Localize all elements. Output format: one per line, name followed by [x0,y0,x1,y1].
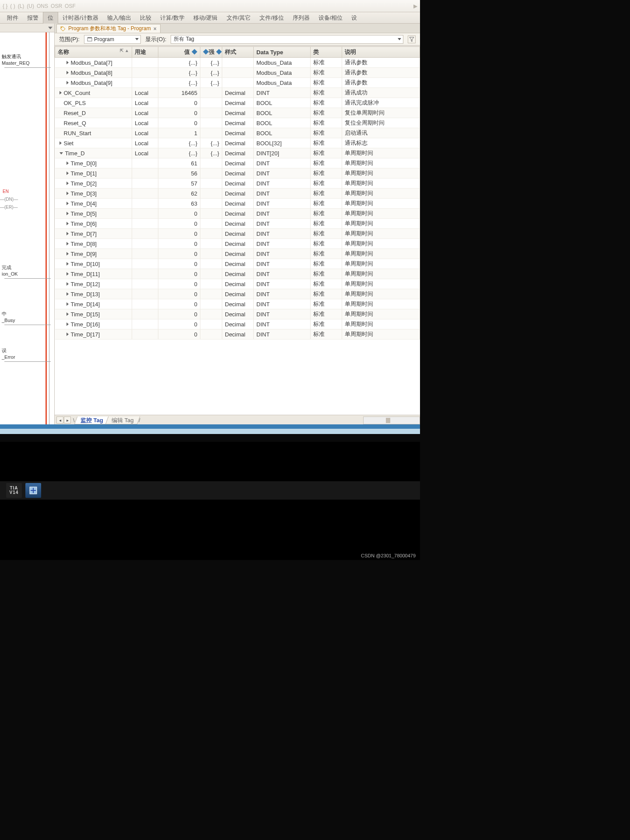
cell-value[interactable]: 63 [158,199,200,209]
menu-item[interactable]: 文件/其它 [222,12,256,24]
tool-icon[interactable]: OSF [65,3,76,9]
tool-icon[interactable]: (U) [27,3,34,9]
menu-item[interactable]: 计算/数学 [156,12,189,24]
cell-force[interactable] [200,309,222,319]
cell-value[interactable]: 0 [158,279,200,289]
cell-force[interactable] [200,329,222,340]
col-force[interactable]: ◆强 ◆ [200,47,222,58]
table-row[interactable]: Time_D[6]0DecimalDINT标准单周期时间 [55,219,420,229]
expand-icon[interactable] [66,81,69,84]
table-row[interactable]: OK_PLSLocal0DecimalBOOL标准通讯完成脉冲 [55,98,420,108]
expand-icon[interactable] [60,141,62,145]
cell-force[interactable] [200,239,222,249]
expand-icon[interactable] [66,322,69,326]
cell-value[interactable]: 16465 [158,88,200,98]
col-datatype[interactable]: Data Type [254,47,311,58]
expand-icon[interactable] [66,192,69,195]
table-row[interactable]: Modbus_Data[9]{...}{...}Modbus_Data标准通讯参… [55,78,420,88]
cell-value[interactable]: 0 [158,259,200,269]
cell-force[interactable] [200,319,222,329]
close-tab-button[interactable]: × [154,26,157,32]
tab-monitor[interactable]: 监控 Tag [74,416,109,424]
cell-value[interactable]: 0 [158,239,200,249]
table-row[interactable]: Modbus_Data[8]{...}{...}Modbus_Data标准通讯参… [55,68,420,78]
cell-force[interactable] [200,259,222,269]
cell-value[interactable]: 0 [158,118,200,128]
menu-item[interactable]: 输入/输出 [103,12,136,24]
table-row[interactable]: Time_D[8]0DecimalDINT标准单周期时间 [55,239,420,249]
cell-force[interactable] [200,118,222,128]
windows-taskbar[interactable]: TIA V14 [0,481,420,500]
h-scrollbar[interactable] [363,416,420,424]
cell-value[interactable]: {...} [158,148,200,158]
cell-value[interactable]: {...} [158,78,200,88]
editor-tab[interactable]: Program 参数和本地 Tag - Program × [56,24,161,33]
table-row[interactable]: OK_CountLocal16465DecimalDINT标准通讯成功 [55,88,420,98]
cell-value[interactable]: 0 [158,98,200,108]
cell-value[interactable]: 0 [158,249,200,259]
expand-icon[interactable] [66,302,69,306]
expand-icon[interactable] [66,292,69,296]
menu-item[interactable]: 设 [347,12,361,24]
collapse-icon[interactable] [60,152,63,154]
cell-force[interactable] [200,168,222,178]
tool-icon[interactable]: { } [3,3,7,9]
table-row[interactable]: SietLocal{...}{...}DecimalBOOL[32]标准通讯标志 [55,138,420,148]
expand-icon[interactable] [66,272,69,276]
cell-value[interactable]: 1 [158,128,200,138]
expand-icon[interactable] [66,161,69,165]
tab-edit[interactable]: 编辑 Tag [105,416,140,424]
expand-icon[interactable] [66,61,69,64]
table-row[interactable]: Time_D[4]63DecimalDINT标准单周期时间 [55,199,420,209]
table-row[interactable]: Time_D[7]0DecimalDINT标准单周期时间 [55,229,420,239]
tool-icon[interactable]: ONS [37,3,48,9]
scope-dropdown[interactable]: Program [84,35,141,44]
cell-force[interactable] [200,158,222,168]
table-row[interactable]: Time_D[16]0DecimalDINT标准单周期时间 [55,319,420,329]
table-row[interactable]: Time_D[17]0DecimalDINT标准单周期时间 [55,329,420,340]
tag-grid[interactable]: 名称⇱ ▲ 用途 值 ◆ ◆强 ◆ 样式 Data Type 类 说明 Modb… [55,46,420,415]
col-style[interactable]: 样式 [222,47,254,58]
cell-force[interactable] [200,209,222,219]
cell-force[interactable]: {...} [200,68,222,78]
table-row[interactable]: Reset_QLocal0DecimalBOOL标准复位全周期时间 [55,118,420,128]
cell-value[interactable]: {...} [158,58,200,68]
cell-value[interactable]: 0 [158,319,200,329]
scroll-thumb[interactable] [386,418,390,423]
menu-item[interactable]: 文件/移位 [255,12,288,24]
cell-force[interactable] [200,279,222,289]
tool-icon[interactable]: ( ) [10,3,15,9]
cell-value[interactable]: {...} [158,138,200,148]
expand-icon[interactable] [66,312,69,316]
cell-force[interactable] [200,88,222,98]
cell-value[interactable]: 0 [158,299,200,309]
cell-value[interactable]: 0 [158,269,200,279]
expand-icon[interactable] [66,232,69,235]
expand-icon[interactable] [66,242,69,245]
menu-item[interactable]: 序列器 [288,12,314,24]
menu-item[interactable]: 计时器/计数器 [58,12,103,24]
taskbar-icon-rslogix[interactable] [25,483,41,498]
col-desc[interactable]: 说明 [342,47,420,58]
table-row[interactable]: Time_D[5]0DecimalDINT标准单周期时间 [55,209,420,219]
menu-item[interactable]: 附件 [3,12,23,24]
expand-icon[interactable] [66,172,69,175]
expand-icon[interactable] [66,282,69,286]
cell-force[interactable] [200,289,222,299]
cell-force[interactable] [200,229,222,239]
cell-force[interactable] [200,269,222,279]
cell-force[interactable] [200,219,222,229]
table-row[interactable]: Time_DLocal{...}{...}DecimalDINT[20]标准单周… [55,148,420,158]
expand-icon[interactable] [66,202,69,205]
table-row[interactable]: Time_D[9]0DecimalDINT标准单周期时间 [55,249,420,259]
taskbar-icon-tia[interactable]: TIA V14 [6,483,22,498]
cell-value[interactable]: 0 [158,309,200,319]
cell-value[interactable]: 0 [158,329,200,340]
cell-force[interactable] [200,299,222,309]
menu-item[interactable]: 位 [43,12,58,24]
cell-value[interactable]: 62 [158,189,200,199]
cell-value[interactable]: 61 [158,158,200,168]
col-usage[interactable]: 用途 [132,47,158,58]
show-dropdown[interactable]: 所有 Tag [171,35,403,44]
cell-force[interactable]: {...} [200,58,222,68]
